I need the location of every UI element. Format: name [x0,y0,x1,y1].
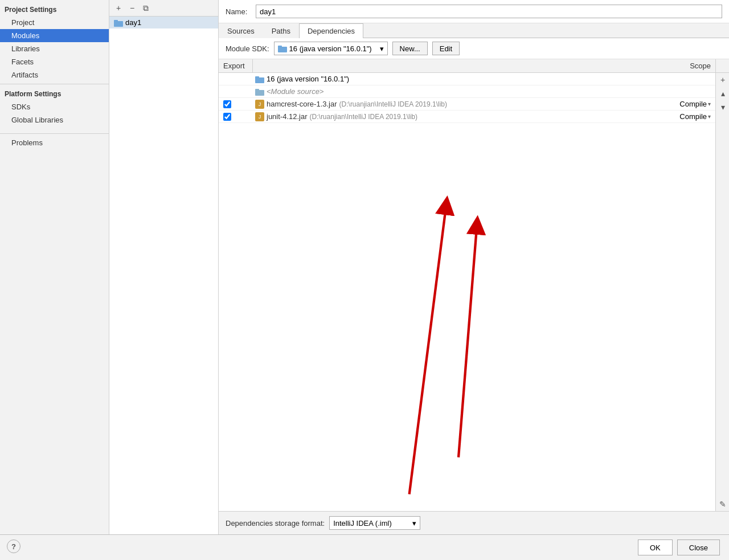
sdk-icon [255,75,264,83]
storage-value: IntelliJ IDEA (.iml) [333,519,392,528]
add-module-button[interactable]: + [113,2,124,14]
module-source-icon [255,88,264,96]
svg-rect-3 [278,46,282,48]
sidebar-item-problems[interactable]: Problems [0,136,109,149]
sdk-scope-cell [658,78,715,80]
name-label: Name: [226,7,251,16]
name-input[interactable] [256,5,722,18]
module-tree-toolbar: + − ⧉ [109,0,218,17]
scope-header: Scope [658,59,715,72]
close-button[interactable]: Close [677,539,720,555]
sdk-dropdown-arrow: ▾ [380,44,384,53]
svg-rect-1 [114,20,118,22]
module-source-check-cell [219,91,253,93]
sidebar-item-global-libraries[interactable]: Global Libraries [0,113,109,126]
help-button[interactable]: ? [7,539,21,553]
sdk-new-button[interactable]: New... [392,42,428,55]
hamcrest-checkbox[interactable] [223,100,231,108]
sdk-folder-icon [278,44,287,52]
tabs-row: Sources Paths Dependencies [219,23,729,38]
project-settings-header: Project Settings [0,2,109,16]
deps-scroll-up-button[interactable]: ▴ [716,87,729,100]
module-tree-item[interactable]: day1 [109,17,218,28]
svg-rect-5 [255,76,259,79]
sidebar-item-sdks[interactable]: SDKs [0,100,109,113]
dialog-body: Project Settings Project Modules Librari… [0,0,729,534]
sidebar-item-project[interactable]: Project [0,16,109,29]
deps-edit-button[interactable]: ✎ [716,497,729,511]
export-header: Export [219,59,253,72]
junit-jar-path: (D:\ruanjian\IntelliJ IDEA 2019.1\lib) [310,113,417,121]
junit-check-cell [219,112,253,122]
platform-settings-header: Platform Settings [0,87,109,100]
junit-jar-name: junit-4.12.jar [267,112,308,121]
sdk-edit-button[interactable]: Edit [432,42,460,55]
sidebar-item-label: Problems [11,138,43,147]
sdk-select[interactable]: 16 (java version "16.0.1") ▾ [274,42,388,55]
dependencies-table-wrapper: Export Scope [219,59,729,511]
module-source-name-cell: <Module source> [253,86,658,97]
deps-table-header: Export Scope [219,59,729,73]
deps-right-toolbar: + ▴ ▾ ✎ [715,73,729,511]
junit-scope: Compile ▾ [679,112,711,121]
module-source-scope-cell [658,91,715,93]
divider2 [0,133,109,134]
junit-scope-cell[interactable]: Compile ▾ [658,111,715,122]
tab-paths[interactable]: Paths [263,23,299,38]
remove-module-button[interactable]: − [126,2,138,14]
folder-icon [114,19,123,27]
sidebar-item-modules[interactable]: Modules [0,29,109,42]
deps-row-junit[interactable]: J junit-4.12.jar (D:\ruanjian\IntelliJ I… [219,111,715,123]
tab-sources[interactable]: Sources [219,23,263,38]
header-spacer [715,59,729,72]
junit-name-cell: J junit-4.12.jar (D:\ruanjian\IntelliJ I… [253,111,658,122]
deps-table-content: 16 (java version "16.0.1") [219,73,729,511]
module-tree-panel: + − ⧉ day1 [109,0,219,534]
ok-button[interactable]: OK [638,539,673,555]
tab-dependencies[interactable]: Dependencies [299,23,363,38]
hamcrest-jar-icon: J [255,100,264,109]
sidebar-item-label: Artifacts [11,71,38,79]
hamcrest-scope: Compile ▾ [679,100,711,108]
hamcrest-check-cell [219,99,253,109]
sidebar-item-libraries[interactable]: Libraries [0,42,109,55]
sidebar-item-label: Modules [11,31,39,40]
name-row: Name: [219,0,729,23]
divider [0,84,109,84]
deps-row-sdk[interactable]: 16 (java version "16.0.1") [219,73,715,85]
sdk-name-cell: 16 (java version "16.0.1") [253,73,658,84]
storage-select[interactable]: IntelliJ IDEA (.iml) ▾ [329,516,420,530]
sdk-row-name: 16 (java version "16.0.1") [267,75,349,83]
hamcrest-name-cell: J hamcrest-core-1.3.jar (D:\ruanjian\Int… [253,99,658,110]
copy-module-button[interactable]: ⧉ [140,2,151,14]
deps-row-module-source[interactable]: <Module source> [219,85,715,98]
storage-label: Dependencies storage format: [226,519,325,528]
deps-scroll-down-button[interactable]: ▾ [716,100,729,114]
svg-rect-7 [255,89,259,91]
sidebar-item-facets[interactable]: Facets [0,55,109,68]
project-structure-dialog: Project Settings Project Modules Librari… [0,0,729,560]
sidebar-item-artifacts[interactable]: Artifacts [0,68,109,81]
deps-row-hamcrest[interactable]: J hamcrest-core-1.3.jar (D:\ruanjian\Int… [219,98,715,111]
problems-section: Problems [0,131,109,149]
sidebar: Project Settings Project Modules Librari… [0,0,109,534]
sdk-row: Module SDK: 16 (java version "16.0.1") ▾… [219,38,729,59]
junit-checkbox[interactable] [223,113,231,121]
sidebar-item-label: Libraries [11,44,40,53]
sidebar-item-label: SDKs [11,103,30,111]
deps-rows: 16 (java version "16.0.1") [219,73,715,511]
junit-jar-icon: J [255,112,264,121]
hamcrest-scope-cell[interactable]: Compile ▾ [658,99,715,109]
hamcrest-jar-path: (D:\ruanjian\IntelliJ IDEA 2019.1\lib) [339,100,447,108]
deps-add-button[interactable]: + [716,73,729,87]
main-content: Name: Sources Paths Dependencies Module … [219,0,729,534]
module-source-text: <Module source> [267,87,323,96]
module-name: day1 [125,18,141,27]
dialog-footer: OK Close [0,534,729,560]
sidebar-item-label: Project [11,18,34,27]
sidebar-item-label: Global Libraries [11,116,63,124]
sdk-value: 16 (java version "16.0.1") [289,44,372,53]
name-header [253,59,658,72]
storage-dropdown-arrow: ▾ [412,519,416,528]
hamcrest-scope-arrow: ▾ [708,101,711,107]
